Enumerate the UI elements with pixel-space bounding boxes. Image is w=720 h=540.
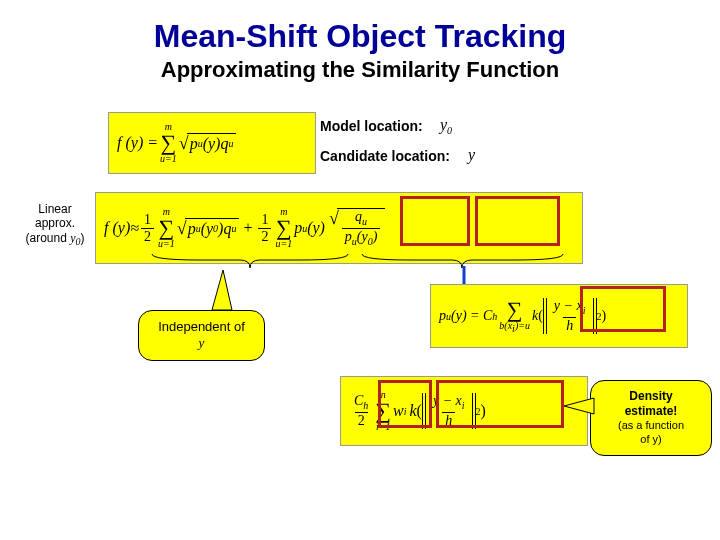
page-title: Mean-Shift Object Tracking — [0, 18, 720, 55]
page-subtitle: Approximating the Similarity Function — [0, 57, 720, 83]
redbox-pu-y — [400, 196, 470, 246]
redbox-kernel-pu — [580, 286, 666, 332]
callout-tail-icon-2 — [564, 396, 596, 416]
candidate-location-label: Candidate location: — [320, 148, 450, 164]
redbox-sqrt-frac — [475, 196, 560, 246]
redbox-kernel-density — [436, 380, 564, 428]
candidate-location-symbol: y — [468, 146, 475, 164]
callout-independent: Independent of y — [138, 310, 265, 361]
redbox-wi — [378, 380, 432, 428]
model-location-label: Model location: — [320, 118, 423, 134]
svg-marker-0 — [212, 270, 232, 310]
brace-icon — [150, 252, 350, 272]
model-location-symbol: y0 — [440, 116, 452, 136]
callout-density: Density estimate! (as a function of y) — [590, 380, 712, 456]
svg-marker-3 — [564, 398, 594, 414]
callout-tail-icon — [208, 270, 238, 312]
eq-f-def: f (y) = m ∑ u=1 √ pu(y) qu — [108, 112, 316, 174]
linear-approx-label: Linear approx. (around y0) — [20, 202, 90, 248]
